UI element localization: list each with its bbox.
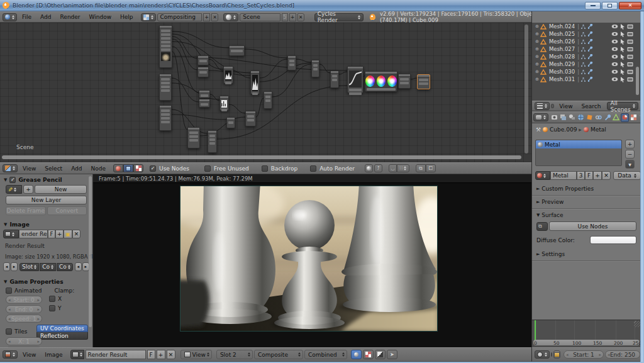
outliner-row[interactable]: ⊕Mesh.026|: [532, 38, 641, 45]
anim-start-field[interactable]: ◂Start: 0▸: [6, 296, 42, 304]
material-browse-button[interactable]: [535, 171, 550, 180]
properties-editor-type-button[interactable]: [533, 113, 548, 121]
outliner-filter-dropdown[interactable]: All Scenes: [607, 102, 638, 110]
expand-icon[interactable]: ⊕: [535, 39, 539, 44]
frame-range-lock-button[interactable]: [553, 350, 560, 359]
diffuse-color-swatch[interactable]: [590, 236, 636, 244]
node-menu-select[interactable]: Select: [41, 165, 66, 172]
object-name[interactable]: Mesh.026: [549, 38, 575, 45]
expand-icon[interactable]: ⊕: [535, 31, 539, 36]
slot-add-button[interactable]: +: [625, 140, 635, 148]
properties-tab-object-data[interactable]: [612, 113, 620, 122]
compositor-node-small[interactable]: [197, 55, 209, 65]
compositor-node-med[interactable]: [398, 74, 411, 89]
expand-icon[interactable]: ⊕: [535, 47, 539, 52]
slot-dropdown[interactable]: Slot 2: [216, 350, 253, 359]
pencil-mode-button[interactable]: ✎: [6, 185, 22, 194]
properties-tab-texture[interactable]: [630, 113, 638, 122]
outliner[interactable]: ⊕Mesh.024|⊕Mesh.025|⊕Mesh.026|⊕Mesh.027|…: [532, 23, 641, 101]
collapse-icon[interactable]: ▼: [4, 279, 7, 284]
collapse-icon[interactable]: ▼: [4, 222, 7, 227]
node-editor-hscrollbar[interactable]: [2, 155, 521, 159]
end-frame-field[interactable]: ◂End: 250: [605, 350, 640, 359]
menu-file[interactable]: File: [18, 14, 35, 20]
compositor-node-curvedark[interactable]: [223, 66, 233, 84]
object-name[interactable]: Mesh.029: [549, 61, 575, 67]
visibility-eye-icon[interactable]: [611, 77, 618, 82]
properties-tab-modifiers[interactable]: [603, 113, 611, 122]
selectability-cursor-icon[interactable]: [620, 62, 625, 67]
breadcrumb-material[interactable]: Metal: [591, 126, 606, 133]
menu-render[interactable]: Render: [57, 14, 84, 20]
renderability-camera-icon[interactable]: [627, 39, 633, 45]
node-menu-add[interactable]: Add: [67, 165, 86, 172]
expand-icon[interactable]: ⊕: [535, 77, 539, 82]
outliner-row[interactable]: ⊕Mesh.028|: [532, 53, 641, 60]
snap-mode-dropdown[interactable]: ∷: [397, 164, 409, 172]
outliner-menu-search[interactable]: Search: [578, 103, 605, 109]
unlink-image-button[interactable]: ✕: [72, 230, 80, 238]
compositor-node-small[interactable]: [197, 67, 209, 77]
breadcrumb-object[interactable]: Cube.009: [550, 126, 577, 133]
properties-tab-render[interactable]: [550, 113, 558, 122]
properties-tab-world[interactable]: [577, 113, 585, 122]
start-frame-field[interactable]: ◂Start: 1▸: [564, 350, 604, 359]
paste-node-button[interactable]: ⧠: [426, 164, 436, 172]
img-menu-image[interactable]: Image: [41, 352, 66, 358]
open-image-button[interactable]: ▣: [64, 230, 72, 238]
timeline-scrollbar[interactable]: [533, 340, 640, 345]
slot-dropdown[interactable]: Slot: [19, 263, 39, 271]
unlink-image-button[interactable]: ✕: [167, 350, 175, 359]
properties-tab-constraints[interactable]: [594, 113, 602, 122]
shader-nodes-toggle[interactable]: [113, 164, 123, 172]
outliner-vscrollbar[interactable]: [636, 67, 639, 95]
selectability-cursor-icon[interactable]: [620, 69, 625, 75]
properties-tab-material[interactable]: [621, 113, 629, 122]
selectability-cursor-icon[interactable]: [620, 24, 625, 30]
close-button[interactable]: ✕: [619, 2, 641, 9]
slot-specials-button[interactable]: ▼: [625, 160, 635, 169]
material-slot-list[interactable]: Metal: [535, 140, 622, 166]
material-name-field[interactable]: Metal: [550, 171, 577, 180]
expand-icon[interactable]: ⊕: [535, 54, 539, 59]
compositor-node-small[interactable]: [226, 117, 235, 128]
selectability-cursor-icon[interactable]: [620, 77, 625, 82]
selectability-cursor-icon[interactable]: [620, 54, 625, 60]
compositor-node-small[interactable]: [287, 55, 296, 70]
compositor-node-med[interactable]: [245, 111, 256, 126]
timeline[interactable]: 050100150200250: [532, 320, 641, 347]
slot-remove-button[interactable]: −: [625, 150, 635, 159]
scene-browse-button[interactable]: [223, 13, 238, 21]
compositor-node-output[interactable]: [417, 74, 430, 89]
compositor-node-balance[interactable]: [365, 71, 397, 92]
outliner-row[interactable]: ⊕Mesh.024|: [532, 23, 641, 30]
node-menu-node[interactable]: Node: [87, 165, 110, 172]
image-name-field[interactable]: Render Result: [86, 350, 146, 359]
image-editor[interactable]: Frame:5 | Time:09:51.24.73 | Mem:76.93M,…: [93, 174, 531, 347]
maximize-button[interactable]: [602, 2, 618, 9]
renderability-camera-icon[interactable]: [627, 62, 633, 67]
object-name[interactable]: Mesh.025: [549, 31, 575, 37]
selectability-cursor-icon[interactable]: [620, 47, 625, 52]
object-name[interactable]: Mesh.031: [549, 76, 575, 82]
layout-add-button[interactable]: +: [203, 13, 210, 21]
image-add-button[interactable]: +: [55, 230, 64, 238]
renderability-camera-icon[interactable]: [627, 69, 633, 75]
window-titlebar[interactable]: Blender [D:\Other\animation file\blender…: [0, 0, 644, 11]
visibility-eye-icon[interactable]: [611, 39, 618, 45]
update-automatically-button[interactable]: [351, 350, 362, 359]
menu-add[interactable]: Add: [36, 14, 55, 20]
object-name[interactable]: Mesh.028: [549, 53, 575, 60]
properties-tab-render-layers[interactable]: [559, 113, 567, 122]
layer-dropdown[interactable]: Composite: [254, 350, 303, 359]
go-parent-tree-button[interactable]: ⤴: [374, 164, 382, 172]
preview-panel-header[interactable]: ► Preview: [532, 197, 641, 207]
free-unused-checkbox[interactable]: [204, 165, 211, 172]
expand-icon[interactable]: ⊕: [535, 62, 539, 67]
image-browse-button[interactable]: [70, 350, 84, 359]
editor-type-button[interactable]: [3, 13, 17, 21]
fake-user-button[interactable]: F: [147, 350, 155, 359]
prev-pass-button[interactable]: ◂: [75, 262, 82, 271]
outliner-row[interactable]: ⊕Mesh.030|: [532, 68, 641, 75]
backdrop-checkbox[interactable]: [262, 165, 268, 172]
